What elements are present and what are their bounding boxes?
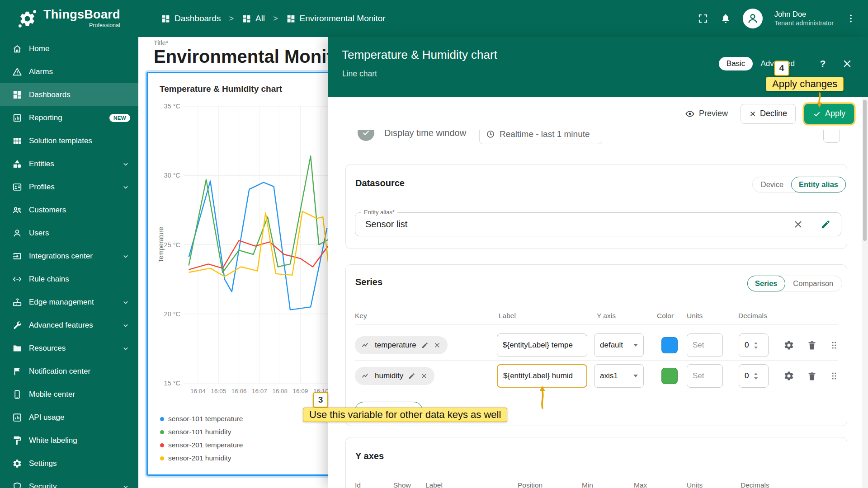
sidebar-item-dashboards[interactable]: Dashboards (0, 83, 138, 106)
column-header-yaxis: Y axis (597, 312, 616, 320)
person-icon (746, 12, 759, 25)
fullscreen-button[interactable] (698, 13, 708, 24)
sidebar-item-resources[interactable]: Resources (0, 337, 138, 360)
sidebar-item-api-usage[interactable]: API usage (0, 406, 138, 429)
stepper-up-icon[interactable] (754, 373, 758, 375)
sidebar-item-solution-templates[interactable]: Solution templates (0, 129, 138, 152)
series-settings-button[interactable] (781, 337, 797, 353)
column-header-decimals: Decimals (741, 481, 769, 488)
sidebar-item-label: Notification center (29, 367, 90, 376)
stepper-up-icon[interactable] (754, 342, 758, 344)
legend-item[interactable]: sensor-201 temperature (160, 441, 243, 449)
datasource-heading: Datasource (355, 178, 405, 188)
close-button[interactable] (842, 58, 853, 69)
decline-button[interactable]: Decline (741, 104, 796, 124)
decimals-input[interactable] (739, 371, 754, 381)
chevron-down-icon (121, 344, 130, 353)
data-key-chip[interactable]: humidity (355, 367, 434, 385)
sidebar-item-edge-management[interactable]: Edge management (0, 291, 138, 314)
edit-pencil-icon[interactable] (821, 219, 831, 230)
datasource-type-device[interactable]: Device (753, 180, 792, 189)
remove-icon[interactable] (434, 342, 441, 349)
top-bar-actions: John Doe Tenant administrator (698, 9, 868, 28)
series-toggle-series[interactable]: Series (747, 276, 785, 291)
notifications-button[interactable] (720, 13, 731, 24)
clear-icon[interactable] (793, 219, 803, 230)
color-swatch[interactable] (661, 368, 678, 384)
breadcrumb-dashboards[interactable]: Dashboards (161, 14, 221, 23)
color-swatch[interactable] (661, 337, 678, 353)
remove-icon[interactable] (420, 372, 428, 380)
sidebar-item-white-labeling[interactable]: White labeling (0, 429, 138, 452)
preview-button[interactable]: Preview (685, 109, 728, 119)
sidebar-item-reporting[interactable]: ReportingNEW (0, 106, 138, 129)
sidebar-item-alarms[interactable]: Alarms (0, 60, 138, 83)
series-settings-button[interactable] (781, 368, 797, 384)
sidebar-item-customers[interactable]: Customers (0, 198, 138, 221)
category-icon (12, 159, 22, 169)
y-axis-value: axis1 (600, 371, 618, 380)
series-drag-handle[interactable] (826, 337, 842, 353)
chevron-down-icon (121, 160, 130, 169)
stepper-down-icon[interactable] (754, 377, 758, 380)
sidebar-item-home[interactable]: Home (0, 37, 138, 60)
legend-item[interactable]: sensor-101 humidity (160, 428, 243, 436)
sidebar: Home Alarms Dashboards ReportingNEW Solu… (0, 37, 138, 488)
sidebar-item-label: Solution templates (29, 136, 92, 145)
timewindow-edit-button[interactable] (823, 130, 840, 143)
sidebar-item-advanced-features[interactable]: Advanced features (0, 314, 138, 337)
legend-item[interactable]: sensor-101 temperature (160, 415, 243, 423)
help-icon[interactable]: ? (817, 58, 828, 69)
kebab-icon (845, 13, 856, 24)
column-header-max: Max (634, 481, 647, 488)
edit-pencil-icon[interactable] (408, 372, 415, 380)
entity-alias-input[interactable] (364, 213, 680, 235)
toggle-basic[interactable]: Basic (719, 57, 753, 70)
series-delete-button[interactable] (804, 368, 820, 384)
avatar[interactable] (743, 9, 763, 28)
y-axis-select[interactable]: default (594, 333, 644, 357)
brand-logo[interactable]: ThingsBoard Professional (0, 9, 138, 29)
units-input[interactable] (687, 333, 723, 357)
series-drag-handle[interactable] (826, 368, 842, 384)
sidebar-item-security[interactable]: Security (0, 475, 138, 488)
sidebar-item-users[interactable]: Users (0, 221, 138, 244)
sidebar-item-label: White labeling (29, 436, 77, 445)
sidebar-item-mobile-center[interactable]: Mobile center (0, 383, 138, 406)
legend-label: sensor-201 temperature (168, 441, 243, 449)
timewindow-value-button[interactable]: Realtime - last 1 minute (479, 130, 602, 144)
sidebar-item-settings[interactable]: Settings (0, 452, 138, 475)
sidebar-item-label: Users (29, 229, 49, 238)
check-icon (813, 110, 821, 118)
timeseries-icon (361, 341, 370, 350)
sidebar-item-profiles[interactable]: Profiles (0, 175, 138, 198)
more-menu-button[interactable] (845, 13, 856, 24)
legend-item[interactable]: sensor-201 humidity (160, 454, 243, 462)
apply-button[interactable]: Apply (804, 104, 854, 124)
dashboard-title-input[interactable]: Environmental Monitor (154, 47, 351, 67)
sidebar-item-integrations-center[interactable]: Integrations center (0, 244, 138, 267)
stepper-down-icon[interactable] (754, 347, 758, 349)
series-delete-button[interactable] (804, 337, 820, 353)
series-toggle-comparison[interactable]: Comparison (785, 279, 842, 288)
units-input[interactable] (687, 364, 723, 388)
router-icon (12, 297, 22, 307)
display-timewindow-toggle[interactable] (358, 130, 374, 141)
series-label-input[interactable] (497, 333, 587, 357)
warning-icon (12, 67, 22, 77)
dialog-scrollbar-thumb[interactable] (863, 100, 867, 241)
data-key-chip[interactable]: temperature (355, 336, 448, 354)
breadcrumb-all[interactable]: All (242, 14, 265, 23)
breadcrumb-environmental-monitor[interactable]: Environmental Monitor (286, 14, 386, 23)
datasource-type-entity-alias[interactable]: Entity alias (791, 177, 846, 192)
dialog-scrollbar-track[interactable] (862, 97, 868, 488)
y-axis-select[interactable]: axis1 (594, 364, 644, 388)
sidebar-item-rule-chains[interactable]: Rule chains (0, 267, 138, 291)
decimals-input[interactable] (739, 340, 754, 350)
sidebar-item-entities[interactable]: Entities (0, 152, 138, 175)
breadcrumb-separator: > (273, 14, 278, 23)
sidebar-item-notification-center[interactable]: Notification center (0, 360, 138, 383)
fullscreen-icon (698, 13, 708, 24)
y-tick-label: 30 °C (164, 172, 180, 179)
edit-pencil-icon[interactable] (421, 342, 429, 349)
